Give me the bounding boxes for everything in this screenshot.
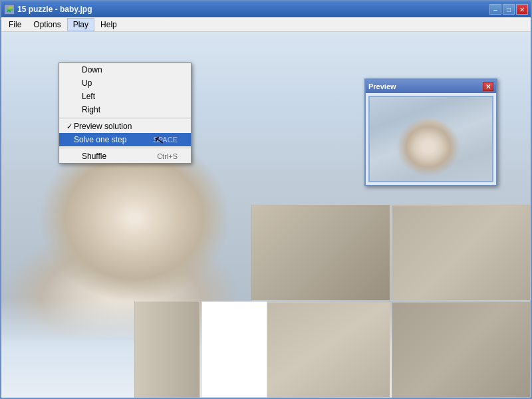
puzzle-piece-3[interactable]	[251, 302, 390, 398]
title-bar: 🧩 15 puzzle - baby.jpg – □ ✕	[1, 1, 531, 17]
puzzle-piece-empty[interactable]	[201, 301, 267, 398]
menu-play[interactable]: Play	[67, 18, 94, 31]
preview-content	[366, 93, 496, 185]
puzzle-piece-2[interactable]	[392, 205, 531, 301]
preview-title-bar: Preview ✕	[366, 80, 496, 93]
menu-help[interactable]: Help	[94, 18, 123, 31]
main-window: 🧩 15 puzzle - baby.jpg – □ ✕ File Option…	[0, 0, 532, 399]
preview-image	[368, 96, 493, 182]
solve-shortcut: SPACE	[154, 136, 178, 144]
menu-item-shuffle[interactable]: Shuffle Ctrl+S	[59, 150, 191, 163]
preview-window: Preview ✕	[364, 78, 497, 186]
close-button[interactable]: ✕	[516, 4, 528, 15]
menu-item-solve[interactable]: Solve one step SPACE	[59, 133, 191, 146]
menu-bar: File Options Play Help	[1, 17, 531, 32]
shuffle-shortcut: Ctrl+S	[157, 152, 178, 160]
preview-label: Preview solution	[74, 122, 171, 131]
main-area: Preview ✕ Down Up Left	[1, 32, 531, 398]
menu-file[interactable]: File	[3, 18, 27, 31]
puzzle-piece-4[interactable]	[392, 302, 531, 398]
separator-2	[59, 148, 191, 148]
preview-title: Preview	[368, 82, 396, 90]
puzzle-left-grid	[134, 301, 267, 398]
down-label: Down	[82, 65, 171, 74]
app-icon: 🧩	[4, 4, 15, 15]
puzzle-piece-1[interactable]	[251, 205, 390, 301]
preview-close-button[interactable]: ✕	[483, 82, 493, 91]
menu-item-left[interactable]: Left	[59, 90, 191, 103]
menu-item-preview[interactable]: ✓ Preview solution	[59, 120, 191, 133]
separator-1	[59, 118, 191, 118]
menu-item-up[interactable]: Up	[59, 76, 191, 90]
puzzle-piece-left-1[interactable]	[134, 301, 200, 398]
window-title: 15 puzzle - baby.jpg	[17, 5, 92, 14]
preview-seal-image	[370, 97, 492, 181]
left-label: Left	[82, 92, 171, 101]
play-dropdown-menu: Down Up Left Right ✓ Preview solut	[59, 63, 192, 164]
up-label: Up	[82, 78, 171, 88]
menu-options[interactable]: Options	[27, 18, 66, 31]
menu-item-down[interactable]: Down	[59, 63, 191, 76]
menu-item-right[interactable]: Right	[59, 103, 191, 116]
title-controls: – □ ✕	[489, 4, 528, 15]
right-label: Right	[82, 105, 171, 114]
title-bar-left: 🧩 15 puzzle - baby.jpg	[4, 4, 92, 15]
maximize-button[interactable]: □	[503, 4, 515, 15]
shuffle-label: Shuffle	[82, 152, 150, 161]
minimize-button[interactable]: –	[489, 4, 501, 15]
check-preview: ✓	[65, 122, 74, 131]
puzzle-grid	[251, 205, 531, 398]
solve-label: Solve one step	[74, 135, 147, 144]
